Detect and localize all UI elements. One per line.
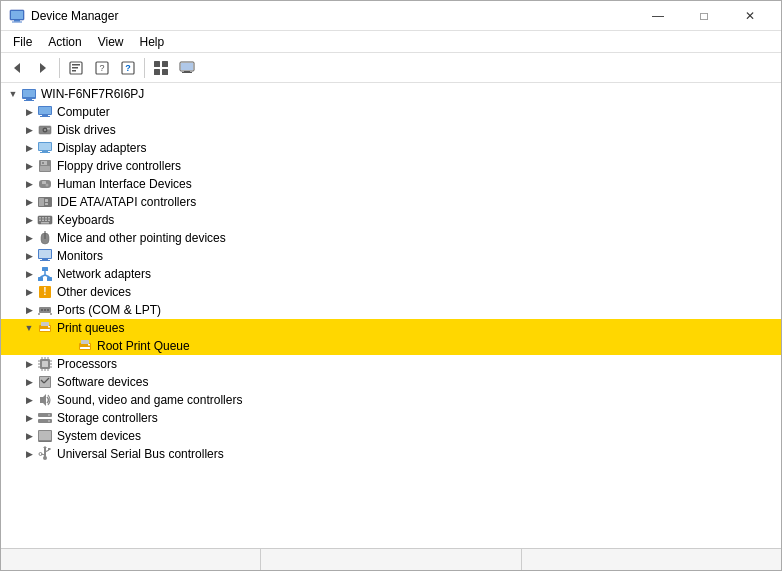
tree-item-network[interactable]: ▶ Network adapters — [1, 265, 781, 283]
maximize-button[interactable]: □ — [681, 1, 727, 31]
floppy-icon — [37, 158, 53, 174]
close-button[interactable]: ✕ — [727, 1, 773, 31]
monitors-label: Monitors — [57, 249, 103, 263]
toolbar-properties[interactable] — [64, 56, 88, 80]
tree-item-disk[interactable]: ▶ Disk drives — [1, 121, 781, 139]
menu-action[interactable]: Action — [40, 33, 89, 51]
svg-rect-24 — [26, 99, 32, 100]
menu-view[interactable]: View — [90, 33, 132, 51]
tree-item-processors[interactable]: ▶ Proces — [1, 355, 781, 373]
svg-rect-9 — [72, 70, 76, 72]
system-label: System devices — [57, 429, 141, 443]
toolbar-back[interactable] — [5, 56, 29, 80]
monitors-icon — [37, 248, 53, 264]
root-print-queue-label: Root Print Queue — [97, 339, 190, 353]
svg-rect-64 — [42, 259, 48, 260]
toolbar-forward[interactable] — [31, 56, 55, 80]
svg-rect-25 — [24, 100, 34, 101]
monitors-expander: ▶ — [21, 248, 37, 264]
usb-expander: ▶ — [21, 446, 37, 462]
tree-item-mice[interactable]: ▶ Mice and other pointing devices — [1, 229, 781, 247]
tree-item-floppy[interactable]: ▶ Floppy drive controllers — [1, 157, 781, 175]
svg-rect-113 — [39, 441, 51, 442]
menu-help[interactable]: Help — [132, 33, 173, 51]
print-queues-label: Print queues — [57, 321, 124, 335]
svg-point-76 — [44, 309, 46, 311]
toolbar-computer[interactable] — [175, 56, 199, 80]
svg-rect-3 — [12, 21, 22, 22]
system-icon — [37, 428, 53, 444]
toolbar-device-view[interactable] — [149, 56, 173, 80]
title-bar-controls: — □ ✕ — [635, 1, 773, 31]
status-section-3 — [522, 549, 781, 570]
tree-item-keyboard[interactable]: ▶ Keyboards — [1, 211, 781, 229]
svg-rect-40 — [42, 162, 44, 164]
tree-item-system[interactable]: ▶ System devices — [1, 427, 781, 445]
tree-item-print-queues[interactable]: ▼ Print queues — [1, 319, 781, 337]
svg-rect-41 — [40, 166, 50, 171]
disk-label: Disk drives — [57, 123, 116, 137]
tree-root[interactable]: ▼ WIN-F6NF7R6I6PJ — [1, 85, 781, 103]
keyboard-label: Keyboards — [57, 213, 114, 227]
mice-expander: ▶ — [21, 230, 37, 246]
ide-expander: ▶ — [21, 194, 37, 210]
status-section-2 — [261, 549, 521, 570]
root-expander: ▼ — [5, 86, 21, 102]
tree-item-ide[interactable]: ▶ IDE ATA/ATAPI controllers — [1, 193, 781, 211]
toolbar-update-driver[interactable]: ? — [90, 56, 114, 80]
processors-icon — [37, 356, 53, 372]
ide-icon — [37, 194, 53, 210]
disk-icon — [37, 122, 53, 138]
tree-item-display[interactable]: ▶ Display adapters — [1, 139, 781, 157]
svg-rect-112 — [39, 431, 51, 440]
svg-rect-15 — [162, 61, 168, 67]
svg-rect-46 — [39, 198, 44, 206]
svg-rect-51 — [42, 217, 44, 219]
svg-line-70 — [41, 275, 46, 277]
tree-item-monitors[interactable]: ▶ Monitors — [1, 247, 781, 265]
svg-rect-50 — [39, 217, 41, 219]
tree-item-ports[interactable]: ▶ Ports (COM & LPT) — [1, 301, 781, 319]
keyboard-icon — [37, 212, 53, 228]
menu-file[interactable]: File — [5, 33, 40, 51]
minimize-button[interactable]: — — [635, 1, 681, 31]
tree-view[interactable]: ▼ WIN-F6NF7R6I6PJ ▶ — [1, 83, 781, 548]
svg-rect-82 — [40, 329, 50, 331]
svg-point-75 — [41, 309, 43, 311]
svg-rect-28 — [42, 115, 48, 116]
svg-rect-17 — [162, 69, 168, 75]
print-queues-icon — [37, 320, 53, 336]
other-icon: ! — [37, 284, 53, 300]
svg-rect-1 — [11, 11, 23, 19]
usb-icon — [37, 446, 53, 462]
svg-point-109 — [48, 414, 50, 416]
toolbar-help[interactable]: ? — [116, 56, 140, 80]
tree-item-hid[interactable]: ▶ Human Interface Devices — [1, 175, 781, 193]
svg-rect-55 — [42, 220, 44, 222]
tree-item-storage[interactable]: ▶ Storage controllers — [1, 409, 781, 427]
tree-item-computer[interactable]: ▶ Computer — [1, 103, 781, 121]
svg-rect-58 — [41, 222, 49, 224]
svg-point-32 — [44, 129, 46, 131]
svg-rect-33 — [47, 128, 50, 130]
tree-item-usb[interactable]: ▶ Universal Serial Bus controllers — [1, 445, 781, 463]
software-label: Software devices — [57, 375, 148, 389]
tree-item-other[interactable]: ▶ ! Other devices — [1, 283, 781, 301]
svg-text:?: ? — [99, 63, 104, 73]
root-icon — [21, 86, 37, 102]
tree-item-root-print-queue[interactable]: Root Print Queue — [1, 337, 781, 355]
network-icon — [37, 266, 53, 282]
svg-rect-36 — [42, 151, 48, 152]
svg-rect-8 — [72, 67, 78, 69]
sound-label: Sound, video and game controllers — [57, 393, 242, 407]
mice-icon — [37, 230, 53, 246]
tree-item-sound[interactable]: ▶ Sound, video and game controllers — [1, 391, 781, 409]
svg-rect-20 — [184, 71, 190, 72]
svg-rect-89 — [42, 361, 48, 367]
status-bar — [1, 548, 781, 570]
root-label: WIN-F6NF7R6I6PJ — [41, 87, 144, 101]
svg-text:?: ? — [125, 63, 131, 73]
svg-rect-16 — [154, 69, 160, 75]
computer-expander: ▶ — [21, 104, 37, 120]
tree-item-software[interactable]: ▶ Software devices — [1, 373, 781, 391]
